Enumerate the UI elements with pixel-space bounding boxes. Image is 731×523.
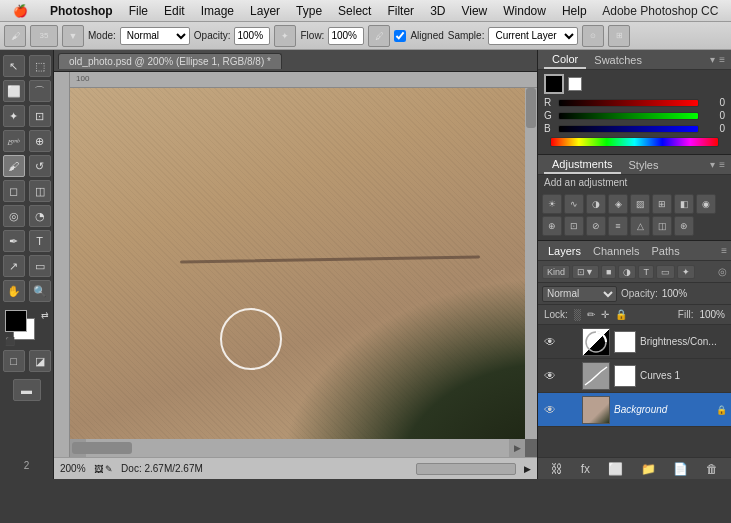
menu-image[interactable]: Image [194,2,241,20]
gradient-tool[interactable]: ◫ [29,180,51,202]
brush-size-display[interactable]: 35 [30,25,58,47]
color-lookup-adj-icon[interactable]: ⊡ [564,216,584,236]
curves-adj-icon[interactable]: ∿ [564,194,584,214]
layer-visibility-toggle[interactable]: 👁 [542,402,558,418]
move-tool[interactable]: ↖ [3,55,25,77]
color-panel-collapse[interactable]: ▾ [710,54,715,65]
type-filter[interactable]: T [638,265,654,279]
swap-colors-icon[interactable]: ⇄ [41,310,49,320]
clone-source-panel[interactable]: ⊞ [608,25,630,47]
fill-value[interactable]: 100% [699,309,725,320]
colorbalance-adj-icon[interactable]: ⊞ [652,194,672,214]
healing-brush[interactable]: ⊕ [29,130,51,152]
add-mask-icon[interactable]: ⬜ [608,462,623,476]
menu-file[interactable]: File [122,2,155,20]
zoom-tool[interactable]: 🔍 [29,280,51,302]
new-layer-icon[interactable]: 📄 [673,462,688,476]
screen-mode[interactable]: ▬ [13,379,41,401]
swatches-tab[interactable]: Swatches [586,52,650,68]
text-tool[interactable]: T [29,230,51,252]
lock-paint-icon[interactable]: ✏ [587,309,595,320]
standard-mode[interactable]: □ [3,350,25,372]
lock-all-icon[interactable]: 🔒 [615,309,627,320]
smart-filter[interactable]: ✦ [677,265,695,279]
layers-tab[interactable]: Layers [542,243,587,259]
airbrush-toggle[interactable]: ✦ [274,25,296,47]
blend-mode-select[interactable]: Normal [120,27,190,45]
brush-picker[interactable]: ▼ [62,25,84,47]
default-colors-icon[interactable]: ⬛ [5,337,15,346]
ignore-adj-toggle[interactable]: ⊙ [582,25,604,47]
stylus-pressure[interactable]: 🖊 [368,25,390,47]
quick-select-tool[interactable]: ✦ [3,105,25,127]
layers-panel-menu[interactable]: ≡ [721,245,727,256]
vertical-scrollbar[interactable] [525,88,537,439]
g-slider[interactable] [558,112,699,120]
spectrum-bar[interactable] [550,137,719,147]
layer-row[interactable]: 👁 Background 🔒 [538,393,731,427]
adjustments-tab[interactable]: Adjustments [544,156,621,174]
new-group-icon[interactable]: 📁 [641,462,656,476]
styles-tab[interactable]: Styles [621,157,667,173]
channel-mixer-adj-icon[interactable]: ⊕ [542,216,562,236]
layer-opacity-value[interactable]: 100% [662,288,692,299]
layer-row[interactable]: 👁 Curves 1 [538,359,731,393]
menu-filter[interactable]: Filter [380,2,421,20]
selective-color-adj-icon[interactable]: ⊛ [674,216,694,236]
menu-view[interactable]: View [454,2,494,20]
lock-transparent-icon[interactable]: ░ [574,309,581,320]
delete-layer-icon[interactable]: 🗑 [706,462,718,476]
pixel-filter[interactable]: ■ [601,265,616,279]
kind-filter-select[interactable]: ⊡▼ [572,265,599,279]
tool-preset-picker[interactable]: 🖌 [4,25,26,47]
lock-position-icon[interactable]: ✛ [601,309,609,320]
pen-tool[interactable]: ✒ [3,230,25,252]
b-slider[interactable] [558,125,699,133]
opacity-input[interactable] [234,27,270,45]
posterize-adj-icon[interactable]: ≡ [608,216,628,236]
menu-layer[interactable]: Layer [243,2,287,20]
path-selection[interactable]: ↗ [3,255,25,277]
gradient-map-adj-icon[interactable]: ◫ [652,216,672,236]
apple-menu[interactable]: 🍎 [6,2,35,20]
layer-blend-mode[interactable]: Normal [542,286,617,302]
bw-adj-icon[interactable]: ◧ [674,194,694,214]
exposure-adj-icon[interactable]: ◑ [586,194,606,214]
menu-photoshop[interactable]: Photoshop [43,2,120,20]
eraser-tool[interactable]: ◻ [3,180,25,202]
marquee-tool[interactable]: ⬜ [3,80,25,102]
link-layers-icon[interactable]: ⛓ [551,462,563,476]
color-panel-menu[interactable]: ≡ [719,54,725,65]
horizontal-scrollbar-thumb[interactable] [72,442,132,454]
vibrance-adj-icon[interactable]: ◈ [608,194,628,214]
brightness-adj-icon[interactable]: ☀ [542,194,562,214]
horizontal-scrollbar[interactable]: ◀ ▶ [70,439,525,457]
layer-row[interactable]: 👁 Brightness/Con... [538,325,731,359]
dodge-tool[interactable]: ◔ [29,205,51,227]
crop-tool[interactable]: ⊡ [29,105,51,127]
add-style-icon[interactable]: fx [581,462,590,476]
nav-right-btn[interactable]: ▶ [524,464,531,474]
hand-tool[interactable]: ✋ [3,280,25,302]
fg-color-preview[interactable] [544,74,564,94]
vertical-scrollbar-thumb[interactable] [526,88,536,128]
r-slider[interactable] [558,99,699,107]
threshold-adj-icon[interactable]: △ [630,216,650,236]
paths-tab[interactable]: Paths [646,243,686,259]
lasso-tool[interactable]: ⌒ [29,80,51,102]
bg-color-preview[interactable] [568,77,582,91]
photo-filter-adj-icon[interactable]: ◉ [696,194,716,214]
channels-tab[interactable]: Channels [587,243,645,259]
aligned-checkbox[interactable] [394,30,406,42]
menu-window[interactable]: Window [496,2,553,20]
menu-select[interactable]: Select [331,2,378,20]
adj-filter[interactable]: ◑ [618,265,636,279]
artboard-tool[interactable]: ⬚ [29,55,51,77]
eyedropper-tool[interactable]: 𝄹 [3,130,25,152]
clone-stamp-tool[interactable]: 🖌 [3,155,25,177]
foreground-color-swatch[interactable] [5,310,27,332]
shape-tool[interactable]: ▭ [29,255,51,277]
document-tab[interactable]: old_photo.psd @ 200% (Ellipse 1, RGB/8/8… [58,53,282,69]
color-tab[interactable]: Color [544,51,586,69]
history-brush[interactable]: ↺ [29,155,51,177]
